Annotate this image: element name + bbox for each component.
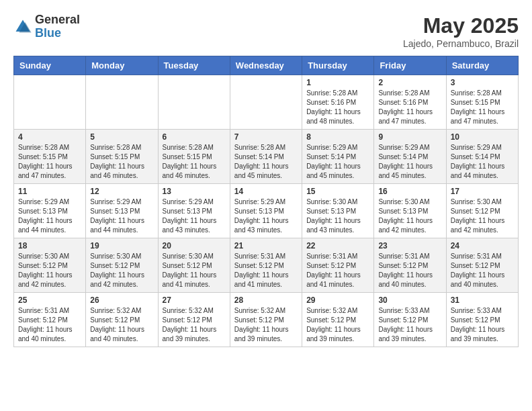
day-info: Sunrise: 5:28 AM Sunset: 5:15 PM Dayligh… [163,143,226,181]
day-number: 14 [234,187,298,196]
calendar-cell: 13Sunrise: 5:29 AM Sunset: 5:13 PM Dayli… [158,184,230,238]
day-number: 18 [18,241,81,250]
calendar-cell: 16Sunrise: 5:30 AM Sunset: 5:13 PM Dayli… [374,184,446,238]
day-number: 16 [378,187,441,196]
day-info: Sunrise: 5:28 AM Sunset: 5:15 PM Dayligh… [18,143,81,181]
day-number: 24 [451,241,514,250]
weekday-header-tuesday: Tuesday [158,56,230,75]
calendar-cell: 29Sunrise: 5:32 AM Sunset: 5:12 PM Dayli… [302,293,374,347]
day-info: Sunrise: 5:32 AM Sunset: 5:12 PM Dayligh… [163,306,226,344]
day-info: Sunrise: 5:32 AM Sunset: 5:12 PM Dayligh… [90,306,153,344]
day-number: 6 [163,132,226,142]
day-info: Sunrise: 5:33 AM Sunset: 5:12 PM Dayligh… [378,306,441,344]
day-info: Sunrise: 5:28 AM Sunset: 5:16 PM Dayligh… [378,89,441,126]
day-number: 30 [378,295,441,305]
calendar-cell: 5Sunrise: 5:28 AM Sunset: 5:15 PM Daylig… [86,130,158,184]
calendar-cell: 4Sunrise: 5:28 AM Sunset: 5:15 PM Daylig… [14,130,86,184]
day-number: 31 [451,295,514,305]
calendar-cell: 2Sunrise: 5:28 AM Sunset: 5:16 PM Daylig… [374,75,446,130]
calendar-cell: 23Sunrise: 5:31 AM Sunset: 5:12 PM Dayli… [374,238,446,293]
day-info: Sunrise: 5:30 AM Sunset: 5:12 PM Dayligh… [90,252,153,289]
calendar-cell: 3Sunrise: 5:28 AM Sunset: 5:15 PM Daylig… [446,75,518,130]
day-info: Sunrise: 5:30 AM Sunset: 5:13 PM Dayligh… [306,197,369,235]
day-info: Sunrise: 5:31 AM Sunset: 5:12 PM Dayligh… [306,252,369,289]
day-info: Sunrise: 5:32 AM Sunset: 5:12 PM Dayligh… [234,306,298,344]
calendar-table: SundayMondayTuesdayWednesdayThursdayFrid… [13,56,519,347]
calendar-cell: 26Sunrise: 5:32 AM Sunset: 5:12 PM Dayli… [86,293,158,347]
page-header: General Blue May 2025 Lajedo, Pernambuco… [13,13,519,49]
calendar-cell: 24Sunrise: 5:31 AM Sunset: 5:12 PM Dayli… [446,238,518,293]
calendar-cell: 14Sunrise: 5:29 AM Sunset: 5:13 PM Dayli… [230,184,302,238]
calendar-cell: 20Sunrise: 5:30 AM Sunset: 5:12 PM Dayli… [158,238,230,293]
weekday-header-sunday: Sunday [14,56,86,75]
calendar-cell: 6Sunrise: 5:28 AM Sunset: 5:15 PM Daylig… [158,130,230,184]
day-number: 7 [234,132,298,142]
calendar-cell [158,75,230,130]
calendar-cell: 12Sunrise: 5:29 AM Sunset: 5:13 PM Dayli… [86,184,158,238]
day-number: 20 [163,241,226,250]
calendar-cell: 17Sunrise: 5:30 AM Sunset: 5:12 PM Dayli… [446,184,518,238]
weekday-header-friday: Friday [374,56,446,75]
logo: General Blue [13,13,80,40]
calendar-week-row: 1Sunrise: 5:28 AM Sunset: 5:16 PM Daylig… [14,75,519,130]
logo-text: General Blue [35,13,80,40]
day-number: 4 [18,132,81,142]
month-title: May 2025 [403,13,519,38]
day-info: Sunrise: 5:30 AM Sunset: 5:12 PM Dayligh… [451,197,514,235]
day-info: Sunrise: 5:31 AM Sunset: 5:12 PM Dayligh… [378,252,441,289]
day-info: Sunrise: 5:29 AM Sunset: 5:13 PM Dayligh… [18,197,81,235]
day-number: 8 [306,132,369,142]
day-number: 19 [90,241,153,250]
calendar-week-row: 18Sunrise: 5:30 AM Sunset: 5:12 PM Dayli… [14,238,519,293]
day-info: Sunrise: 5:28 AM Sunset: 5:16 PM Dayligh… [306,89,369,126]
calendar-cell: 9Sunrise: 5:29 AM Sunset: 5:14 PM Daylig… [374,130,446,184]
calendar-cell: 27Sunrise: 5:32 AM Sunset: 5:12 PM Dayli… [158,293,230,347]
logo-general-text: General [35,13,80,27]
calendar-cell: 18Sunrise: 5:30 AM Sunset: 5:12 PM Dayli… [14,238,86,293]
day-info: Sunrise: 5:32 AM Sunset: 5:12 PM Dayligh… [306,306,369,344]
day-number: 27 [163,295,226,305]
weekday-header-wednesday: Wednesday [230,56,302,75]
calendar-cell [230,75,302,130]
day-number: 12 [90,187,153,196]
day-number: 26 [90,295,153,305]
day-number: 2 [378,78,441,87]
calendar-week-row: 4Sunrise: 5:28 AM Sunset: 5:15 PM Daylig… [14,130,519,184]
location: Lajedo, Pernambuco, Brazil [403,38,519,49]
calendar-cell: 7Sunrise: 5:28 AM Sunset: 5:14 PM Daylig… [230,130,302,184]
logo-icon [13,17,32,36]
day-info: Sunrise: 5:28 AM Sunset: 5:15 PM Dayligh… [90,143,153,181]
calendar-cell: 8Sunrise: 5:29 AM Sunset: 5:14 PM Daylig… [302,130,374,184]
day-info: Sunrise: 5:29 AM Sunset: 5:14 PM Dayligh… [306,143,369,181]
day-number: 28 [234,295,298,305]
day-info: Sunrise: 5:28 AM Sunset: 5:15 PM Dayligh… [451,89,514,126]
calendar-cell: 10Sunrise: 5:29 AM Sunset: 5:14 PM Dayli… [446,130,518,184]
calendar-cell: 30Sunrise: 5:33 AM Sunset: 5:12 PM Dayli… [374,293,446,347]
day-info: Sunrise: 5:29 AM Sunset: 5:14 PM Dayligh… [451,143,514,181]
weekday-header-monday: Monday [86,56,158,75]
day-info: Sunrise: 5:30 AM Sunset: 5:12 PM Dayligh… [18,252,81,289]
day-info: Sunrise: 5:31 AM Sunset: 5:12 PM Dayligh… [18,306,81,344]
day-number: 11 [18,187,81,196]
weekday-header-saturday: Saturday [446,56,518,75]
day-number: 9 [378,132,441,142]
calendar-cell [86,75,158,130]
calendar-cell: 28Sunrise: 5:32 AM Sunset: 5:12 PM Dayli… [230,293,302,347]
day-number: 1 [306,78,369,87]
calendar-week-row: 25Sunrise: 5:31 AM Sunset: 5:12 PM Dayli… [14,293,519,347]
day-info: Sunrise: 5:33 AM Sunset: 5:12 PM Dayligh… [451,306,514,344]
calendar-cell: 22Sunrise: 5:31 AM Sunset: 5:12 PM Dayli… [302,238,374,293]
calendar-cell: 11Sunrise: 5:29 AM Sunset: 5:13 PM Dayli… [14,184,86,238]
day-info: Sunrise: 5:31 AM Sunset: 5:12 PM Dayligh… [451,252,514,289]
day-info: Sunrise: 5:30 AM Sunset: 5:12 PM Dayligh… [163,252,226,289]
day-number: 3 [451,78,514,87]
calendar-week-row: 11Sunrise: 5:29 AM Sunset: 5:13 PM Dayli… [14,184,519,238]
day-info: Sunrise: 5:29 AM Sunset: 5:14 PM Dayligh… [378,143,441,181]
day-number: 25 [18,295,81,305]
day-number: 5 [90,132,153,142]
day-number: 29 [306,295,369,305]
day-number: 15 [306,187,369,196]
day-info: Sunrise: 5:29 AM Sunset: 5:13 PM Dayligh… [234,197,298,235]
calendar-cell: 15Sunrise: 5:30 AM Sunset: 5:13 PM Dayli… [302,184,374,238]
calendar-cell: 1Sunrise: 5:28 AM Sunset: 5:16 PM Daylig… [302,75,374,130]
